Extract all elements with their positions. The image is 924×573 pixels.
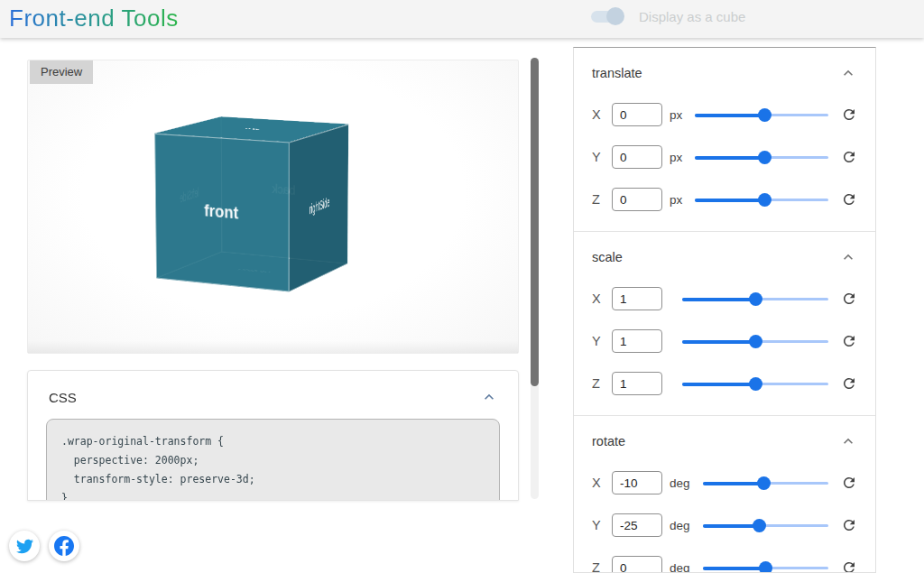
refresh-icon [841,149,857,165]
display-as-cube-toggle-row: Display as a cube [588,4,745,29]
cube-toggle-switch[interactable] [588,5,624,27]
rotate-x-slider[interactable] [703,472,828,494]
chevron-up-icon[interactable] [839,248,857,266]
control-row-rotate-z: Z deg [592,557,857,573]
slider-fill [682,383,755,386]
axis-label: Z [592,192,605,207]
slider-thumb[interactable] [749,377,762,391]
section-translate: translate X px Y px Z [574,48,875,232]
reset-button[interactable] [841,375,857,392]
reset-button[interactable] [841,475,857,491]
social-links [9,531,79,561]
rotate-x-input[interactable] [612,471,662,494]
slider-thumb[interactable] [758,108,772,122]
slider-thumb[interactable] [758,151,772,164]
rotate-y-slider[interactable] [703,514,828,536]
axis-label: Z [592,376,605,391]
control-row-rotate-x: X deg [592,472,857,494]
section-scale-header[interactable]: scale [592,232,857,267]
tab-preview[interactable]: Preview [30,60,93,84]
slider-fill [682,340,755,344]
css-code-line: perspective: 2000px; [61,451,485,470]
section-rotate: rotate X deg Y deg Z [574,416,875,573]
control-row-scale-z: Z [592,373,857,394]
reset-button[interactable] [841,333,857,349]
slider-fill [695,199,764,202]
translate-y-input[interactable] [612,145,662,169]
scale-z-input[interactable] [612,372,662,395]
cube-face-front: front [154,134,289,292]
reset-button[interactable] [841,517,857,533]
control-row-translate-y: Y px [592,146,857,168]
reset-button[interactable] [841,559,857,573]
twitter-share-button[interactable] [9,531,40,561]
section-title: translate [592,66,642,80]
chevron-up-icon[interactable] [839,64,857,82]
cube-scene: front back rightSide leftSide top bottom [28,60,518,353]
refresh-icon [841,517,857,533]
axis-label: Z [592,560,605,573]
preview-panel: Preview front back rightSide leftSide to… [27,60,519,354]
slider-thumb[interactable] [759,561,772,573]
facebook-icon [54,536,74,556]
axis-label: X [592,291,605,306]
axis-label: Y [592,150,605,164]
control-row-scale-y: Y [592,330,857,352]
section-translate-header[interactable]: translate [592,48,857,83]
slider-fill [695,156,764,160]
refresh-icon [841,191,857,208]
chevron-up-icon[interactable] [480,388,498,406]
translate-z-slider[interactable] [695,189,828,210]
slider-fill [695,114,764,117]
reset-button[interactable] [841,106,857,123]
slider-fill [703,567,766,570]
transform-controls-panel: translate X px Y px Z [573,47,876,573]
chevron-up-icon[interactable] [839,432,857,450]
axis-label: X [592,107,605,122]
slider-thumb[interactable] [749,292,762,306]
scale-y-slider[interactable] [682,330,828,352]
cube-face-right: rightSide [289,125,348,292]
section-title: rotate [592,434,625,448]
reset-button[interactable] [841,191,857,208]
rotate-z-slider[interactable] [703,557,828,573]
translate-z-input[interactable] [612,188,662,211]
slider-thumb[interactable] [749,335,762,348]
scale-y-input[interactable] [612,329,662,353]
axis-label: Y [592,334,605,348]
slider-thumb[interactable] [753,519,766,532]
page-title: Front-end Tools [9,5,179,32]
facebook-share-button[interactable] [49,531,79,561]
rotate-z-input[interactable] [612,556,662,573]
control-row-translate-z: Z px [592,189,857,210]
section-rotate-header[interactable]: rotate [592,416,857,451]
unit-label: px [670,193,682,207]
scale-x-input[interactable] [612,287,662,310]
scrollbar-track[interactable] [531,58,539,499]
slider-thumb[interactable] [757,476,771,490]
refresh-icon [841,475,857,491]
css-code-line: transform-style: preserve-3d; [61,470,485,489]
translate-y-slider[interactable] [695,146,828,168]
translate-x-input[interactable] [612,103,662,126]
scale-z-slider[interactable] [682,373,828,394]
translate-x-slider[interactable] [695,104,828,125]
scale-x-slider[interactable] [682,288,828,310]
unit-label: px [670,108,682,122]
refresh-icon [841,333,857,349]
cube[interactable]: front back rightSide leftSide top bottom [189,125,319,277]
reset-button[interactable] [841,291,857,307]
cube-toggle-label: Display as a cube [639,9,745,24]
unit-label: px [670,151,682,164]
css-code-block: .wrap-original-transform { perspective: … [46,419,500,501]
css-panel-header[interactable]: CSS [28,371,518,419]
rotate-y-input[interactable] [612,513,662,537]
section-title: scale [592,250,623,264]
control-row-rotate-y: Y deg [592,514,857,536]
refresh-icon [841,291,857,307]
slider-thumb[interactable] [758,193,772,207]
reset-button[interactable] [841,149,857,165]
unit-label: deg [670,519,690,532]
scrollbar-thumb[interactable] [531,58,539,386]
css-panel-title: CSS [49,390,77,405]
